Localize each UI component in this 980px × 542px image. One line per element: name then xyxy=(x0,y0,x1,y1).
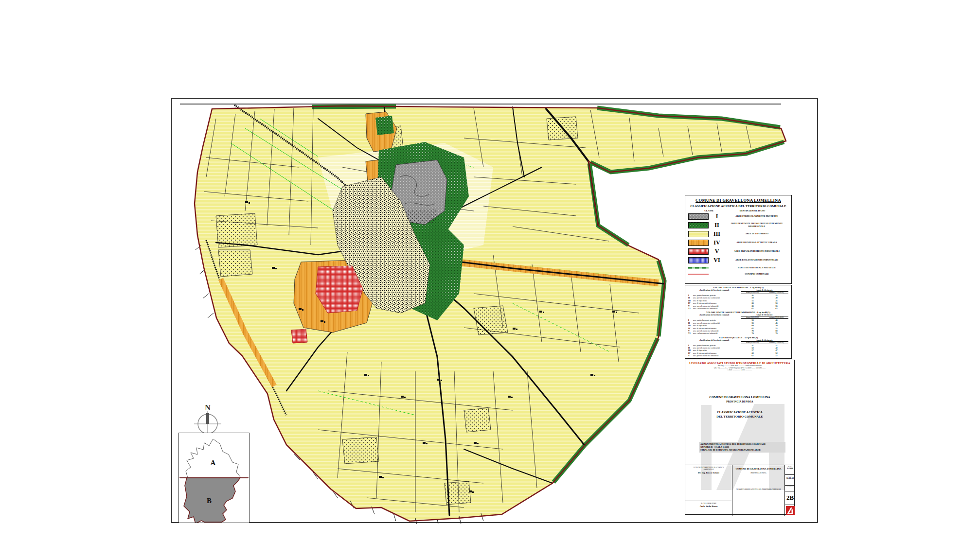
road-belt-label: FASCE DI PERTINENZA STRADALE xyxy=(725,266,788,269)
limit-table-title: VALORI LIMITE ASSOLUTI DI IMMISSIONE - L… xyxy=(688,311,788,314)
limit-table-title: VALORI LIMITE DI EMISSIONE - Leq in dB(A… xyxy=(688,286,788,289)
boundary-label: CONFINE COMUNALE xyxy=(725,273,788,276)
row-numeral: VI xyxy=(688,307,693,310)
class-label: AREE ESCLUSIVAMENTE INDUSTRIALI xyxy=(725,259,788,262)
row-night-value: 70 xyxy=(765,332,788,334)
legend-rows: IAREE PARTICOLARMENTE PROTETTEIIAREE DES… xyxy=(685,212,791,277)
row-description: aree esclusivamente industriali xyxy=(693,332,741,334)
north-arrow: N xyxy=(194,403,221,437)
center-note: CLASSIFICAZIONE ACUSTICA DEL TERRITORIO … xyxy=(732,489,784,490)
signer1-cell: IL TECNICO COMPETENTE IN ACUSTICA AMBIEN… xyxy=(685,465,732,501)
map-sheet: N COMUNE DI GRAVELLONA LOMELLINA CLASSIF… xyxy=(171,98,818,523)
signer1-name: Dr. Ing. Rocco Isolani xyxy=(685,472,732,474)
signer2-name: Arch. Stella Rosso xyxy=(685,505,732,507)
road-belt-swatch xyxy=(688,265,709,270)
signature-table: IL TECNICO COMPETENTE IN ACUSTICA AMBIEN… xyxy=(685,465,794,516)
class-I-swatch xyxy=(688,213,709,220)
subject-block: AZZONAMENTO ACUSTICO DEL TERRITORIO COMU… xyxy=(699,442,785,453)
legend-row-road-belt: FASCE DI PERTINENZA STRADALE xyxy=(685,264,791,271)
scale-cell: SCALA 1:5000 xyxy=(785,465,795,475)
date-value: 30.11.05 xyxy=(785,477,795,479)
firm-address-line: e.mail: .................. - p.iva .....… xyxy=(685,369,794,371)
limit-table-row: VIaree esclusivamente industriali7070 xyxy=(688,332,788,334)
firm-address-lines: dott. ing. ............. - dott. arch. .… xyxy=(685,365,794,371)
date-cell: DATA 30.11.05 xyxy=(785,475,795,486)
class-VI-swatch xyxy=(688,257,709,263)
signer1-caption: IL TECNICO COMPETENTE IN ACUSTICA AMBIEN… xyxy=(685,467,732,471)
class-III-swatch xyxy=(688,231,709,237)
legend-row-class-II: IIAREE DESTINATE AD USO PREVALENTEMENTE … xyxy=(685,221,791,229)
sheet-number-cell: 2B xyxy=(785,491,795,505)
class-numeral: I xyxy=(709,213,725,220)
legend-column-headers: CLASSE DESTINAZIONE D'USO xyxy=(685,210,791,212)
center-commune: COMUNE DI GRAVELLONA LOMELLINA xyxy=(732,468,784,470)
sheet-label-cell: TAVOLA xyxy=(785,486,795,491)
class-label: AREE DI TIPO MISTO xyxy=(725,232,788,235)
row-description: aree esclusivamente industriali xyxy=(693,307,741,310)
legend-row-class-V: VAREE PREVALENTEMENTE INDUSTRIALI xyxy=(685,247,791,256)
legend-row-boundary: CONFINE COMUNALE xyxy=(685,271,791,277)
legend-row-class-IV: IVAREE DI INTENSA ATTIVITA' UMANA xyxy=(685,238,791,247)
class-label: AREE PREVALENTEMENTE INDUSTRIALI xyxy=(725,250,788,253)
class-numeral: IV xyxy=(709,239,725,246)
legend-row-class-I: IAREE PARTICOLARMENTE PROTETTE xyxy=(685,212,791,221)
legend-col-destination: DESTINAZIONE D'USO xyxy=(713,210,791,212)
legend-title: COMUNE DI GRAVELLONA LOMELLINA xyxy=(685,198,791,203)
inset-label-a: A xyxy=(211,459,216,467)
limit-table-row: VIaree esclusivamente industriali6565 xyxy=(688,307,788,310)
scale-value: 1:5000 xyxy=(785,467,795,470)
row-day-value: 70 xyxy=(741,332,765,334)
class-numeral: III xyxy=(709,230,725,238)
class-numeral: II xyxy=(709,222,725,229)
subject-line: STRALCIO DI ESTRATTO AD ORGANIZZAZIONE A… xyxy=(700,449,784,452)
inset-map: A B xyxy=(178,433,249,523)
boundary-swatch xyxy=(688,272,709,277)
class-II-swatch xyxy=(688,222,709,228)
legend-subtitle: CLASSIFICAZIONE ACUSTICA DEL TERRITORIO … xyxy=(685,204,791,208)
limit-table-1: VALORI LIMITE ASSOLUTI DI IMMISSIONE - L… xyxy=(688,311,788,334)
limit-table-2: VALORI DI QUALITA' - Leq in dB(A)classif… xyxy=(688,336,788,360)
legend-panel: COMUNE DI GRAVELLONA LOMELLINA CLASSIFIC… xyxy=(685,195,792,284)
row-numeral: VI xyxy=(688,332,693,334)
class-numeral: V xyxy=(709,248,725,255)
titleblock-commune: COMUNE DI GRAVELLONA LOMELLINA xyxy=(685,395,794,399)
inset-key-svg: A B xyxy=(179,433,249,523)
firm-logo xyxy=(786,506,795,515)
sheet-label: TAVOLA xyxy=(785,486,795,488)
class-label: AREE DESTINATE AD USO PREVALENTEMENTE RE… xyxy=(725,222,788,227)
class-label: AREE PARTICOLARMENTE PROTETTE xyxy=(725,215,788,218)
titleblock-province: PROVINCIA DI PAVIA xyxy=(685,400,794,403)
legend-row-class-III: IIIAREE DI TIPO MISTO xyxy=(685,229,791,238)
row-day-value: 65 xyxy=(741,307,765,310)
title-block: LEONARDO ASSOCIATI STUDIO D'INGEGNERIA E… xyxy=(685,360,795,515)
signer2-caption: IL COLLABORATORE xyxy=(685,503,732,505)
class-V-swatch xyxy=(688,248,709,255)
class-numeral: VI xyxy=(709,257,725,264)
inset-north-half-outline xyxy=(186,439,240,478)
limit-table-title: VALORI DI QUALITA' - Leq in dB(A) xyxy=(688,336,788,339)
signer2-cell: IL COLLABORATORE Arch. Stella Rosso xyxy=(685,501,732,516)
inset-label-b: B xyxy=(207,497,212,505)
center-cell: COMUNE DI GRAVELLONA LOMELLINA PROVINCIA… xyxy=(732,465,785,516)
titleblock-doc-title-1: CLASSIFICAZIONE ACUSTICA xyxy=(685,410,794,414)
inset-south-half-shape xyxy=(184,478,240,523)
class-IV-swatch xyxy=(688,240,709,246)
row-night-value: 65 xyxy=(765,307,788,310)
center-province: PROVINCIA DI PAVIA xyxy=(732,472,784,474)
legend-row-class-VI: VIAREE ESCLUSIVAMENTE INDUSTRIALI xyxy=(685,256,791,264)
limit-tables-panel: VALORI LIMITE DI EMISSIONE - Leq in dB(A… xyxy=(685,285,792,359)
sheet-number: 2B xyxy=(785,491,795,504)
limit-table-0: VALORI LIMITE DI EMISSIONE - Leq in dB(A… xyxy=(688,286,788,310)
svg-text:N: N xyxy=(205,403,211,412)
class-label: AREE DI INTENSA ATTIVITA' UMANA xyxy=(725,241,788,244)
firm-logo-cell xyxy=(785,505,795,516)
titleblock-doc-title-2: DEL TERRITORIO COMUNALE xyxy=(685,415,794,418)
legend-col-class: CLASSE xyxy=(685,210,713,212)
